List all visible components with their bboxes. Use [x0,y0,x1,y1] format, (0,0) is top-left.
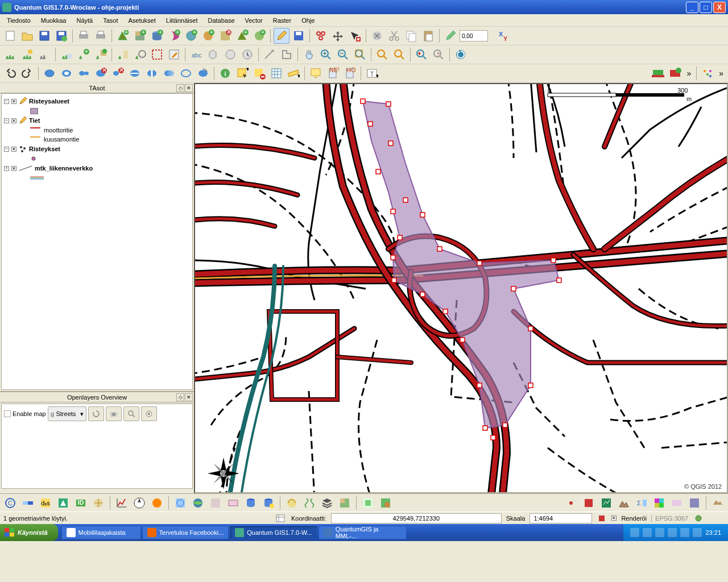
status-toggle-button[interactable] [274,513,287,523]
plugin-gps[interactable] [90,495,106,511]
copy-button[interactable] [403,28,419,44]
plugin-r6[interactable] [651,495,667,511]
epsg-label[interactable]: EPSG:3067 [651,515,689,522]
scale-field[interactable]: 1:4694 [530,513,592,523]
plugin-r9[interactable] [710,495,726,511]
bookmark-home-button[interactable]: HOME [342,65,358,81]
measure-area-button[interactable] [279,47,295,63]
menu-nayta[interactable]: Näytä [72,16,97,25]
expand-icon[interactable]: − [4,118,9,123]
paste-button[interactable] [420,28,436,44]
new-project-button[interactable] [2,28,18,44]
ol-target-button[interactable] [141,406,157,421]
coord-field[interactable]: 429549,7212330 [331,513,502,523]
undo-button[interactable] [2,65,18,81]
menu-raster[interactable]: Raster [268,16,296,25]
map-canvas[interactable]: 0 300 m © QGIS 2012 [194,83,728,493]
menu-asetukset[interactable]: Asetukset [123,16,160,25]
plugin-dxf[interactable] [55,495,71,511]
identify-button[interactable]: i [217,65,233,81]
angle-input[interactable] [460,30,488,41]
panel-detach-button[interactable]: ◇ [176,393,184,401]
close-button[interactable]: X [713,2,726,13]
add-wfs-button[interactable]: + [200,28,216,44]
merge-button[interactable] [161,65,177,81]
plugin-r2[interactable] [581,495,597,511]
refresh-button[interactable] [453,47,469,63]
map-tips-button[interactable] [308,65,324,81]
layer-checkbox[interactable]: ✕ [11,99,16,104]
start-button[interactable]: Käynnistä [0,524,58,541]
node-tool-button[interactable] [347,28,363,44]
taskbar-item-3[interactable]: Quantum GIS1.7.0-W... [230,526,317,539]
ol-zoom-button[interactable] [123,406,139,421]
crs-button[interactable] [693,513,704,523]
plugin-spatial[interactable] [284,495,300,511]
ol-camera-button[interactable] [106,406,122,421]
tray-icon[interactable] [693,528,702,537]
zoom-in-button[interactable] [318,47,334,63]
bookmark-new-button[interactable]: NEW [325,65,341,81]
tray-icon[interactable] [668,528,677,537]
plugin-dna[interactable] [301,495,317,511]
deselect-button[interactable] [251,65,267,81]
plugin-ftools[interactable] [378,495,394,511]
menu-vector[interactable]: Vector [241,16,267,25]
stop-render-button[interactable] [595,513,608,523]
toolbar-overflow2-icon[interactable]: » [717,69,726,78]
text-annotation-button[interactable]: T▾ [364,65,380,81]
expand-icon[interactable]: − [4,147,9,152]
zoom-selection-button[interactable] [374,47,390,63]
plugin-r1[interactable] [563,495,579,511]
layer-checkbox[interactable]: ✕ [11,166,16,171]
grass-add-vector[interactable]: + [76,47,92,63]
add-feature-button[interactable] [313,28,329,44]
move-feature-button[interactable] [330,28,346,44]
panel-close-button[interactable]: ✕ [185,84,193,92]
measure-line-button[interactable] [262,47,278,63]
label-settings-button[interactable] [205,47,221,63]
plugin-proj[interactable] [172,495,188,511]
panel-detach-button[interactable]: ◇ [176,84,184,92]
print-composer-button[interactable] [76,28,92,44]
menu-tasot[interactable]: Tasot [98,16,122,25]
panel-close-button[interactable]: ✕ [185,393,193,401]
toolbar-overflow-icon[interactable]: » [684,69,693,78]
diagram-button[interactable] [222,47,238,63]
plugin-region[interactable] [360,495,376,511]
plugin-tools-b[interactable] [225,495,241,511]
new-vector-button[interactable]: + [234,28,250,44]
layer-risteykset[interactable]: − ✕ Risteykset [2,144,192,154]
grass-tool-b[interactable] [132,47,148,63]
plugin-openlayers[interactable] [190,495,206,511]
save-project-button[interactable] [36,28,52,44]
taskbar-item-1[interactable]: Mobiililaajakaista [61,526,141,539]
style-add-button[interactable] [667,65,683,81]
label-tool-button[interactable]: abc [188,47,204,63]
tray-icon[interactable] [655,528,664,537]
plugin-postgis[interactable] [243,495,259,511]
tray-icon[interactable] [680,528,689,537]
layer-checkbox[interactable]: ✕ [11,118,16,123]
minimize-button[interactable]: _ [686,2,698,13]
annotation-button[interactable] [239,47,255,63]
menu-tiedosto[interactable]: Tiedosto [2,16,35,25]
add-ring-button[interactable] [59,65,75,81]
open-project-button[interactable] [19,28,35,44]
plugin-copyright[interactable]: C [2,495,18,511]
layer-risteysalueet[interactable]: − ✕ Risteysalueet [2,96,192,106]
render-checkbox[interactable]: ✕ [611,516,617,521]
delete-ring-button[interactable]: ✕ [93,65,109,81]
grass-tools-1[interactable] [2,47,18,63]
ol-refresh-button[interactable] [88,406,104,421]
grass-region-button[interactable] [149,47,165,63]
system-tray[interactable]: 23:21 [623,524,728,541]
simplify-button[interactable] [42,65,57,81]
zoom-out-button[interactable] [335,47,351,63]
menu-ohje[interactable]: Ohje [297,16,319,25]
add-spatialite-button[interactable]: + [166,28,182,44]
toggle-editing-button[interactable] [274,28,289,44]
grass-tools-2[interactable] [19,47,35,63]
plugin-north[interactable] [131,495,147,511]
add-vector-button[interactable]: + [115,28,131,44]
